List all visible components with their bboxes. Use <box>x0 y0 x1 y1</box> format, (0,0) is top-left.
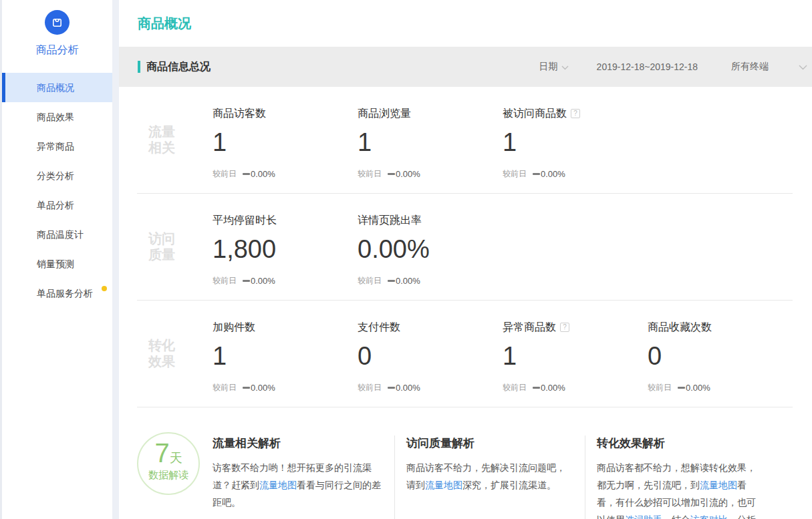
flat-trend-icon <box>243 280 250 282</box>
compare-label: 较前日 <box>648 382 672 393</box>
metric-label: 异常商品数 <box>503 321 556 333</box>
insight-body: 访客数不给力哟！想开拓更多的引流渠道？赶紧到流量地图看看与同行之间的差距吧。 <box>213 459 384 511</box>
metric-compare: 较前日 0.00% <box>358 168 503 180</box>
metric-group-row: 访问质量 平均停留时长 1,800 较前日 0.00% 详情页跳出率 0.00%… <box>137 194 793 301</box>
sidebar-item-label: 单品服务分析 <box>37 288 93 299</box>
compare-value: 0.00% <box>396 169 420 179</box>
notification-dot-icon <box>102 286 107 291</box>
insight-link[interactable]: 流量地图 <box>425 480 462 490</box>
metric-value: 1 <box>213 128 358 157</box>
metric-compare: 较前日 0.00% <box>503 382 648 393</box>
metric-label: 平均停留时长 <box>213 214 277 226</box>
insights-section: 7天 数据解读 流量相关解析 访客数不给力哟！想开拓更多的引流渠道？赶紧到流量地… <box>119 407 812 519</box>
help-icon[interactable]: ? <box>560 323 569 332</box>
section-bar: 商品信息总况 日期 2019-12-18~2019-12-18 所有终端 <box>119 47 812 87</box>
metric-card: 支付件数 0 较前日 0.00% <box>358 301 503 407</box>
flat-trend-icon <box>243 173 250 175</box>
insight-link[interactable]: 访客对比 <box>690 514 728 519</box>
sidebar-item-4[interactable]: 单品分析 <box>2 190 112 220</box>
badge-unit: 天 <box>170 451 182 465</box>
main-content: 商品概况 商品信息总况 日期 2019-12-18~2019-12-18 所有终… <box>119 0 812 519</box>
sidebar-item-1[interactable]: 商品效果 <box>2 102 112 132</box>
shopping-bag-icon <box>50 15 64 29</box>
metric-compare: 较前日 0.00% <box>358 275 503 287</box>
insight-link[interactable]: 流量地图 <box>259 480 297 490</box>
help-icon[interactable]: ? <box>571 109 580 118</box>
sidebar-item-label: 商品概况 <box>37 82 74 93</box>
metric-group-row: 流量相关 商品访客数 1 较前日 0.00% 商品浏览量 1 较前日 0.00%… <box>137 87 793 194</box>
insight-title: 流量相关解析 <box>213 436 384 451</box>
metric-value: 1 <box>358 128 503 157</box>
compare-label: 较前日 <box>213 168 237 180</box>
compare-value: 0.00% <box>686 383 710 393</box>
metric-card: 商品浏览量 1 较前日 0.00% <box>358 87 503 193</box>
badge-caption: 数据解读 <box>138 469 198 482</box>
filter-controls: 日期 2019-12-18~2019-12-18 所有终端 <box>539 61 807 73</box>
sidebar-item-label: 分类分析 <box>37 170 74 181</box>
sidebar-item-7[interactable]: 单品服务分析 <box>2 279 112 308</box>
metric-value: 1 <box>503 342 648 371</box>
insight-column: 流量相关解析 访客数不给力哟！想开拓更多的引流渠道？赶紧到流量地图看看与同行之间… <box>213 436 394 519</box>
metric-value: 1 <box>503 128 648 157</box>
sidebar-item-6[interactable]: 销量预测 <box>2 249 112 279</box>
metric-card: 商品收藏次数 0 较前日 0.00% <box>648 301 793 407</box>
accent-bar <box>138 61 140 73</box>
metric-value: 0 <box>358 342 503 371</box>
metric-label: 商品浏览量 <box>358 108 411 119</box>
flat-trend-icon <box>388 280 395 282</box>
compare-value: 0.00% <box>396 383 420 393</box>
insight-link[interactable]: 流量地图 <box>700 480 737 490</box>
sidebar-item-0[interactable]: 商品概况 <box>2 73 112 102</box>
metric-compare: 较前日 0.00% <box>213 382 358 393</box>
metric-compare: 较前日 0.00% <box>213 275 358 287</box>
metric-card: 平均停留时长 1,800 较前日 0.00% <box>213 194 358 300</box>
insight-column: 转化效果解析 商品访客都不给力，想解读转化效果，都无力啊，先引流吧，到流量地图看… <box>585 436 775 519</box>
metric-cells: 商品访客数 1 较前日 0.00% 商品浏览量 1 较前日 0.00% 被访问商… <box>213 87 648 193</box>
compare-label: 较前日 <box>213 275 237 287</box>
section-title: 商品信息总况 <box>138 60 211 74</box>
sidebar-item-5[interactable]: 商品温度计 <box>2 220 112 249</box>
insight-column: 访问质量解析 商品访客不给力，先解决引流问题吧，请到流量地图深究，扩展引流渠道。 <box>394 436 585 519</box>
chevron-down-icon <box>561 65 569 70</box>
flat-trend-icon <box>533 173 540 175</box>
terminal-filter-dropdown[interactable]: 所有终端 <box>731 61 807 73</box>
compare-label: 较前日 <box>358 382 382 393</box>
metric-card: 商品访客数 1 较前日 0.00% <box>213 87 358 193</box>
compare-label: 较前日 <box>358 275 382 287</box>
metric-card: 详情页跳出率 0.00% 较前日 0.00% <box>358 194 503 300</box>
compare-value: 0.00% <box>251 383 275 393</box>
metric-label: 详情页跳出率 <box>358 214 422 226</box>
chevron-down-icon <box>799 65 807 70</box>
metric-category-label: 流量相关 <box>148 124 176 156</box>
compare-label: 较前日 <box>358 168 382 180</box>
metric-label: 商品访客数 <box>213 108 266 119</box>
metric-compare: 较前日 0.00% <box>213 168 358 180</box>
metric-cells: 加购件数 1 较前日 0.00% 支付件数 0 较前日 0.00% 异常商品数?… <box>213 301 793 407</box>
compare-label: 较前日 <box>213 382 237 393</box>
sidebar-item-2[interactable]: 异常商品 <box>2 132 112 161</box>
sidebar-item-label: 销量预测 <box>37 258 74 269</box>
badge-number: 7 <box>154 438 169 468</box>
date-range-picker[interactable]: 2019-12-18~2019-12-18 <box>597 61 698 72</box>
sidebar-item-3[interactable]: 分类分析 <box>2 161 112 190</box>
compare-value: 0.00% <box>251 169 275 179</box>
sidebar-item-label: 商品温度计 <box>37 229 84 240</box>
flat-trend-icon <box>388 173 395 175</box>
metric-compare: 较前日 0.00% <box>358 382 503 393</box>
metric-value: 0 <box>648 342 793 371</box>
insight-title: 转化效果解析 <box>597 436 762 451</box>
date-type-dropdown[interactable]: 日期 <box>539 61 569 73</box>
app-title: 商品分析 <box>2 43 112 57</box>
sidebar-header: 商品分析 <box>2 0 112 57</box>
insight-text: ，结合 <box>662 514 690 519</box>
terminal-filter-value: 所有终端 <box>731 61 769 73</box>
metric-category-label: 转化效果 <box>148 338 176 369</box>
compare-value: 0.00% <box>396 276 420 286</box>
section-title-text: 商品信息总况 <box>146 60 211 74</box>
metric-category-label: 访问质量 <box>148 231 176 263</box>
insight-link[interactable]: 选词助手 <box>625 514 662 519</box>
metric-cells: 平均停留时长 1,800 较前日 0.00% 详情页跳出率 0.00% 较前日 … <box>213 194 503 300</box>
badge-days: 7天 <box>138 438 198 468</box>
metric-label: 加购件数 <box>213 321 255 333</box>
metric-compare: 较前日 0.00% <box>503 168 648 180</box>
